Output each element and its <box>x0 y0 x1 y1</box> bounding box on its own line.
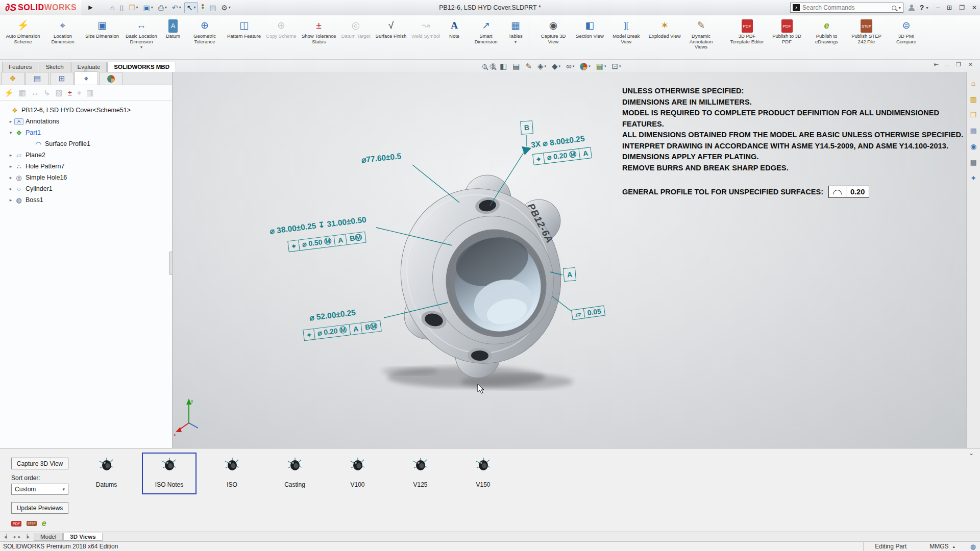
dynamic-annotation-views-button[interactable]: ✎ Dynamic Annotation Views ▾ <box>683 18 723 51</box>
doc-minimize-button[interactable]: – <box>946 61 949 68</box>
sort-order-select[interactable]: Custom ▾ <box>11 484 68 495</box>
publish-step-icon[interactable]: STEP <box>27 521 37 526</box>
chevron-down-icon[interactable]: ▾ <box>604 64 606 68</box>
tree-item-plane2[interactable]: ▸ ▱ Plane2 <box>0 149 172 161</box>
task-design-library-button[interactable]: ▥ <box>970 95 976 103</box>
datum-small-button[interactable]: ⌖ <box>77 88 81 97</box>
datum-b-label[interactable]: B <box>520 120 533 135</box>
resize-button[interactable]: ⊞ <box>947 4 952 12</box>
size-dimension-button[interactable]: ▣ Size Dimension ▾ <box>83 18 121 40</box>
show-tolerance-status-button[interactable]: ± Show Tolerance Status ▾ <box>299 18 339 45</box>
configurationmanager-tab[interactable]: ⊞ <box>50 72 74 85</box>
task-resources-button[interactable]: ⌂ <box>971 79 975 87</box>
leader-small-button[interactable]: ↳ <box>44 88 51 97</box>
note-button[interactable]: A Note ▾ <box>443 18 466 40</box>
3d-pdf-template-editor-button[interactable]: PDF 3D PDF Template Editor ▾ <box>727 18 767 45</box>
new-document-button[interactable]: ▯ ▾ <box>117 3 126 13</box>
tree-item-hole-pattern7[interactable]: ▸ ∴ Hole Pattern7 <box>0 161 172 172</box>
geometric-tolerance-button[interactable]: ⊕ Geometric Tolerance ▾ <box>185 18 225 45</box>
3d-views-tab[interactable]: 3D Views <box>63 533 102 541</box>
view-settings-button[interactable]: ⊡ ▾ <box>611 62 622 71</box>
dropdown-arrow-icon[interactable]: ▾ <box>514 40 517 44</box>
tree-item-annotations[interactable]: ▸ A Annotations <box>0 116 172 127</box>
scheme-editor-small-button[interactable]: ▥ <box>86 88 93 97</box>
publish-to-edrawings-button[interactable]: e Publish to eDrawings ▾ <box>807 18 847 45</box>
task-view-palette-button[interactable]: ▦ <box>970 127 976 135</box>
prev-view-tab-button[interactable]: ◂ <box>12 534 16 539</box>
doc-dock-button[interactable]: ⇤ <box>934 61 939 68</box>
basic-dimension-small-button[interactable]: ↔ <box>31 88 39 97</box>
task-appearances-button[interactable]: ◉ <box>970 142 976 151</box>
auto-dimension-scheme-button[interactable]: ⚡ Auto Dimension Scheme ▾ <box>3 18 43 45</box>
apply-scene-button[interactable]: ▦ ▾ <box>595 62 607 71</box>
pattern-small-button[interactable]: ▧ <box>55 88 62 97</box>
view-thumbnail-datums[interactable]: Datums <box>79 453 134 494</box>
task-forum-button[interactable]: ✦ <box>970 174 976 182</box>
chevron-down-icon[interactable]: ▾ <box>573 64 575 68</box>
tables-button[interactable]: ▦ Tables ▾ <box>506 18 529 45</box>
surface-finish-button[interactable]: √ Surface Finish ▾ <box>373 18 409 40</box>
view-orientation-button[interactable]: ◈ ▾ <box>536 62 547 71</box>
chevron-down-icon[interactable]: ▾ <box>229 5 231 10</box>
3d-drawing-view-button[interactable]: ▤ ▾ <box>511 62 521 71</box>
expand-arrow-icon[interactable]: ▸ <box>7 175 14 180</box>
copy-scheme-button[interactable]: ⊕ Copy Scheme ▾ <box>263 18 299 40</box>
tree-item-part1[interactable]: ▾ ❖ Part1 <box>0 127 172 138</box>
chevron-down-icon[interactable]: ▾ <box>619 64 621 68</box>
open-button[interactable]: ❐ ▾ <box>127 3 140 13</box>
chevron-down-icon[interactable]: ▾ <box>193 5 195 10</box>
search-icon[interactable] <box>892 6 896 10</box>
minimize-button[interactable]: – <box>936 4 940 12</box>
smart-dimension-button[interactable]: ↗ Smart Dimension ▾ <box>466 18 506 45</box>
tree-item-root[interactable]: ❖ PB12-6, LSD HYD Cover<Scheme51> <box>0 105 172 116</box>
chevron-down-icon[interactable]: ▾ <box>589 64 591 68</box>
panel-collapse-chevron-icon[interactable]: ⌄ <box>969 449 974 457</box>
chevron-down-icon[interactable]: ▾ <box>165 5 167 10</box>
capture-3d-view-panel-button[interactable]: Capture 3D View <box>11 458 68 469</box>
help-button[interactable]: ? <box>920 4 924 12</box>
zoom-fit-button[interactable]: ▾ <box>482 64 487 69</box>
task-file-explorer-button[interactable]: ❐ <box>970 111 977 119</box>
show-tolerance-status-small-button[interactable]: ± <box>68 88 72 97</box>
propertymanager-tab[interactable]: ▤ <box>26 72 49 85</box>
capture-3d-view-button[interactable]: ◉ Capture 3D View ▾ <box>533 18 573 45</box>
publish-step-242-button[interactable]: STEP Publish STEP 242 File ▾ <box>847 18 887 45</box>
search-dropdown-icon[interactable]: ▾ <box>899 6 901 10</box>
rebuild-button[interactable]: ● ▾ <box>199 3 206 13</box>
home-button[interactable]: ⌂ ▾ <box>108 3 116 13</box>
undo-button[interactable]: ↶ ▾ <box>170 3 183 13</box>
first-view-tab-button[interactable]: ◂▏ <box>3 534 11 539</box>
dimxpertmanager-tab[interactable]: ⌖ <box>75 71 98 85</box>
tags-icon[interactable]: ◍ <box>966 543 980 550</box>
location-dimension-button[interactable]: ⌖ Location Dimension ▾ <box>43 18 83 45</box>
view-thumbnail-iso[interactable]: ISO <box>205 453 259 494</box>
expand-arrow-icon[interactable]: ▸ <box>7 153 14 158</box>
chevron-down-icon[interactable]: ▾ <box>545 64 547 68</box>
displaymanager-tab[interactable] <box>99 72 122 85</box>
graphics-area[interactable]: PB12-6A y x <box>173 72 966 448</box>
tab-evaluate[interactable]: Evaluate <box>71 62 107 72</box>
publish-3d-pdf-icon[interactable]: PDF <box>11 521 21 527</box>
featuremanager-tab[interactable]: ❖ <box>1 72 24 85</box>
user-account-icon[interactable] <box>909 5 915 11</box>
dynamic-annotation-hud-button[interactable]: ✎ ▾ <box>524 62 533 71</box>
chevron-down-icon[interactable]: ▾ <box>559 64 561 68</box>
tree-item-simple-hole16[interactable]: ▸ ◎ Simple Hole16 <box>0 172 172 183</box>
view-thumbnail-v125[interactable]: V125 <box>393 453 448 494</box>
next-view-tab-button[interactable]: ▸ <box>17 534 22 539</box>
expand-arrow-icon[interactable]: ▸ <box>7 197 14 203</box>
tab-solidworks-mbd[interactable]: SOLIDWORKS MBD <box>107 62 176 72</box>
pattern-feature-button[interactable]: ◫ Pattern Feature ▾ <box>225 18 263 40</box>
datum-button[interactable]: A Datum ▾ <box>161 18 185 40</box>
search-commands-box[interactable]: › Search Commands ▾ <box>790 3 903 13</box>
save-button[interactable]: ▣ ▾ <box>141 3 155 13</box>
dropdown-arrow-icon[interactable]: ▾ <box>140 45 142 49</box>
tree-item-surface-profile1[interactable]: ◠ Surface Profile1 <box>0 138 172 149</box>
select-tool-button[interactable]: ↖ ▾ <box>184 2 199 13</box>
last-view-tab-button[interactable]: ▕▸ <box>23 534 31 539</box>
settings-button[interactable]: ⚙ ▾ <box>219 3 233 13</box>
expand-arrow-icon[interactable]: ▸ <box>7 164 14 169</box>
display-style-button[interactable]: ◆ ▾ <box>551 62 561 71</box>
weld-symbol-button[interactable]: ↝ Weld Symbol ▾ <box>409 18 443 40</box>
help-dropdown-icon[interactable]: ▾ <box>926 6 928 10</box>
